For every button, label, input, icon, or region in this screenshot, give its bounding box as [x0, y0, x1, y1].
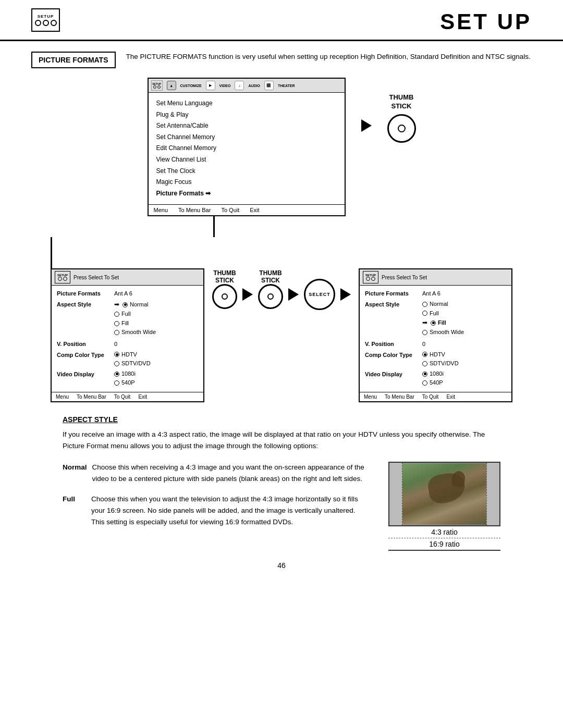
vert-connector-line	[213, 216, 215, 237]
right-panel-group: SETUP Press Select To Set Picture Format…	[359, 237, 512, 402]
ratio-43-label: 4:3 ratio	[431, 528, 458, 536]
format-full-label: Full	[63, 493, 86, 527]
radio-smooth-right	[422, 330, 427, 335]
main-content: PICTURE FORMATS The PICTURE FORMATS func…	[0, 52, 563, 580]
sub-gear-right-1	[366, 277, 370, 281]
menu-footer-toquit: To Quit	[221, 207, 239, 213]
format-text-area: Normal Choose this when receiving a 4:3 …	[63, 462, 370, 537]
ratio-169-label: 16:9 ratio	[429, 540, 459, 548]
sub-menu-right-opt-fill: ➡ Fill	[422, 318, 464, 328]
sub-menu-left-vpos-row: V. Position 0	[57, 339, 198, 349]
radio-normal-right	[422, 302, 427, 307]
video-opt-1080-left: 1080i	[114, 369, 136, 379]
setup-icon-top: SETUP	[31, 8, 60, 32]
tab-audio-label: AUDIO	[248, 84, 260, 88]
setup-text: SETUP	[38, 14, 54, 19]
option-fill-left: Fill	[121, 319, 129, 328]
sub-menu-left-opt-normal: ➡ Normal	[114, 300, 156, 310]
aspect-style-description: If you receive an image with a 4:3 aspec…	[63, 429, 500, 451]
sub-menu-right-title-row: Picture Formats Ant A 6	[365, 289, 506, 299]
thumb-stick-top: THUMBSTICK	[387, 78, 416, 143]
option-full-left: Full	[121, 310, 131, 319]
ratio-outer	[389, 463, 499, 525]
sub-footer-left-exit: Exit	[138, 394, 147, 400]
thumb-right-label: THUMBSTICK	[259, 269, 282, 284]
radio-sdtv-left	[114, 361, 119, 366]
tab-customize-label: CUSTOMIZE	[180, 84, 202, 88]
radio-sdtv-right	[422, 361, 427, 366]
sub-menu-left-comp-label: Comp Color Type	[57, 350, 114, 360]
option-smooth-left: Smooth Wide	[121, 328, 156, 337]
sub-menu-left-comp-row: Comp Color Type HDTV SDTV/DVD	[57, 350, 198, 368]
press-select-right: Press Select To Set	[382, 275, 427, 280]
format-normal-text: Choose this when receiving a 4:3 image a…	[92, 462, 370, 484]
radio-smooth-left	[114, 330, 119, 335]
picture-formats-header: PICTURE FORMATS The PICTURE FORMATS func…	[31, 52, 532, 68]
sub-menu-right-footer: Menu To Menu Bar To Quit Exit	[360, 392, 511, 401]
option-normal-left: Normal	[130, 300, 148, 310]
select-button[interactable]: SELECT	[304, 279, 335, 310]
option-1080-right: 1080i	[430, 369, 444, 379]
sub-menu-right-comp-row: Comp Color Type HDTV SDTV/DVD	[365, 350, 506, 368]
format-descriptions: Normal Choose this when receiving a 4:3 …	[63, 462, 500, 551]
comp-opt-sdtv-left: SDTV/DVD	[114, 359, 151, 368]
option-sdtv-left: SDTV/DVD	[121, 359, 151, 368]
tab-customize[interactable]: ♟	[167, 81, 176, 90]
press-select-left: Press Select To Set	[74, 275, 119, 280]
sub-gear-1	[58, 277, 62, 281]
radio-full-right	[422, 311, 427, 316]
menu-body: Set Menu Language Plug & Play Set Antenn…	[149, 93, 345, 204]
format-normal: Normal Choose this when receiving a 4:3 …	[63, 462, 370, 484]
thumb-left-inner	[222, 293, 228, 300]
sub-menu-right-video-row: Video Display 1080i 540P	[365, 369, 506, 388]
sub-menu-left-vpos-value: 0	[114, 339, 117, 349]
aspect-style-section: ASPECT STYLE If you receive an image wit…	[31, 415, 532, 551]
video-opt-1080-right: 1080i	[422, 369, 444, 379]
panel-right	[486, 463, 499, 525]
tab-theater[interactable]: ⬛	[264, 81, 274, 90]
tab-audio[interactable]: ♪	[235, 81, 244, 90]
sub-menu-left-comp-options: HDTV SDTV/DVD	[114, 350, 151, 368]
left-panel-group: SETUP Press Select To Set Picture Format…	[51, 237, 204, 402]
radio-540-left	[114, 380, 119, 386]
tab-video[interactable]: ▶	[206, 81, 215, 90]
picture-formats-description: The PICTURE FORMATS function is very use…	[126, 52, 531, 62]
arrow-left-indicator: ➡	[114, 300, 119, 310]
sub-footer-left-menu: Menu	[56, 394, 69, 400]
radio-1080-right	[422, 372, 427, 377]
radio-fill-right	[431, 320, 436, 326]
arrow-center-2	[288, 288, 299, 301]
sub-menu-right-ant: Ant A 6	[422, 289, 440, 299]
menu-item-4: Set Channel Memory	[156, 132, 337, 143]
sub-menu-left-opt-smooth: Smooth Wide	[114, 328, 156, 337]
menu-footer-tomenubar: To Menu Bar	[178, 207, 211, 213]
diagram-section: SETUP ♟ CUSTOMIZE ▶ VIDEO	[31, 78, 532, 402]
thumb-right-inner	[267, 293, 274, 300]
gear-row	[35, 20, 57, 26]
sub-menu-left-video-label: Video Display	[57, 369, 114, 379]
sub-footer-left-tomenubar: To Menu Bar	[77, 394, 106, 400]
sub-footer-right-menu: Menu	[364, 394, 377, 400]
sub-menu-left-footer: Menu To Menu Bar To Quit Exit	[52, 392, 203, 401]
radio-full-left	[114, 312, 119, 317]
radio-normal-left	[123, 302, 128, 307]
comp-opt-hdtv-right: HDTV	[422, 350, 459, 360]
left-vert-stub	[51, 237, 52, 268]
sub-menu-right-vpos-value: 0	[422, 339, 425, 349]
tab-theater-label: THEATER	[278, 84, 295, 88]
tab-customize-icon: ♟	[170, 84, 173, 88]
thumb-left-group: THUMBSTICK	[212, 269, 237, 309]
page-number: 46	[31, 551, 532, 580]
sub-menu-right-body: Picture Formats Ant A 6 Aspect Style Nor…	[360, 286, 511, 392]
sub-menu-right-title: Picture Formats	[365, 289, 422, 299]
sub-menu-right-aspect-label: Aspect Style	[365, 300, 422, 310]
main-menu-box: SETUP ♟ CUSTOMIZE ▶ VIDEO	[148, 78, 346, 216]
arrow-center-3	[340, 288, 351, 301]
menu-item-3: Set Antenna/Cable	[156, 120, 337, 132]
center-controls: THUMBSTICK THUMBSTICK	[204, 237, 359, 310]
sub-footer-right-toquit: To Quit	[422, 394, 439, 400]
radio-hdtv-right	[422, 352, 427, 357]
thumb-left-label: THUMBSTICK	[213, 269, 236, 284]
sub-menu-right-opt-smooth: Smooth Wide	[422, 328, 464, 337]
option-540-left: 540P	[121, 378, 135, 388]
